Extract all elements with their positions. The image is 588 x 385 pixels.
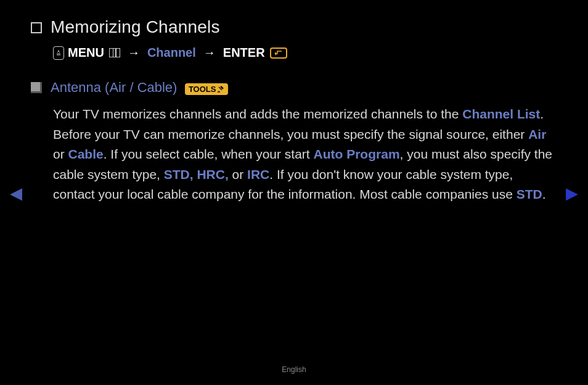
body-paragraph: Your TV memorizes channels and adds the …	[53, 104, 557, 205]
menu-grid-icon	[109, 48, 120, 57]
menu-label: MENU	[68, 46, 104, 60]
arrow-right-icon: →	[200, 46, 219, 60]
square-bullet-icon	[31, 82, 42, 93]
hl-irc: IRC	[247, 167, 269, 181]
hl-channel-list: Channel List	[462, 107, 540, 121]
bookmark-icon	[31, 22, 42, 33]
hl-air: Air	[528, 127, 546, 141]
menu-path: MENU → Channel → ENTER	[53, 46, 557, 60]
section-heading: Antenna (Air / Cable)	[51, 80, 177, 95]
enter-label: ENTER	[223, 46, 265, 60]
tools-icon	[218, 86, 224, 93]
section-heading-row: Antenna (Air / Cable) TOOLS	[31, 80, 557, 96]
prev-page-arrow[interactable]: ◀	[10, 184, 22, 203]
channel-label: Channel	[147, 46, 196, 60]
footer-language: English	[0, 365, 588, 374]
page-title: Memorizing Channels	[51, 17, 220, 37]
hl-cable: Cable	[68, 147, 104, 161]
tools-label: TOOLS	[189, 85, 216, 94]
next-page-arrow[interactable]: ▶	[566, 184, 578, 203]
hl-std-hrc: STD, HRC,	[164, 167, 229, 181]
enter-icon	[270, 48, 287, 59]
tools-badge: TOOLS	[185, 83, 229, 95]
hl-std: STD	[517, 187, 542, 201]
remote-icon	[53, 46, 64, 60]
title-row: Memorizing Channels	[31, 17, 557, 37]
arrow-right-icon: →	[124, 46, 144, 60]
hl-auto-program: Auto Program	[314, 147, 400, 161]
